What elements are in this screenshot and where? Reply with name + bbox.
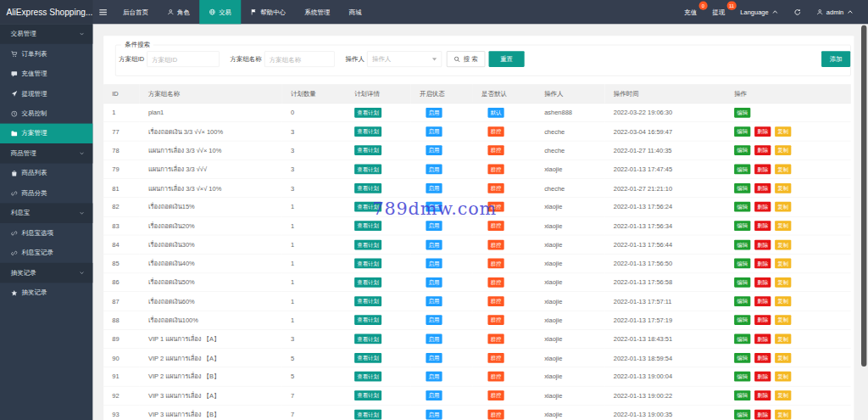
user-menu[interactable]: admin	[809, 0, 861, 24]
nav-item-roles[interactable]: 角色	[158, 0, 199, 24]
status-enabled-button[interactable]: 启用	[426, 221, 442, 231]
group-control-button[interactable]: 群控	[487, 165, 504, 175]
edit-button[interactable]: 编辑	[734, 126, 750, 137]
refresh-button[interactable]	[786, 0, 809, 24]
status-enabled-button[interactable]: 启用	[426, 145, 442, 155]
view-plan-button[interactable]: 查看计划	[354, 334, 381, 344]
status-enabled-button[interactable]: 启用	[426, 126, 442, 137]
status-enabled-button[interactable]: 启用	[426, 202, 442, 212]
copy-button[interactable]: 复制	[775, 145, 791, 155]
sidebar-item-plan-manage[interactable]: 方案管理	[0, 124, 92, 143]
group-name-input[interactable]	[264, 51, 335, 67]
view-plan-button[interactable]: 查看计划	[354, 259, 381, 269]
copy-button[interactable]: 复制	[775, 221, 791, 231]
sidebar-item-lottery-record[interactable]: 抽奖记录	[0, 283, 92, 302]
group-control-button[interactable]: 群控	[487, 315, 504, 325]
view-plan-button[interactable]: 查看计划	[354, 165, 381, 175]
delete-button[interactable]: 删除	[754, 165, 771, 175]
language-menu[interactable]: Language	[732, 0, 786, 24]
edit-button[interactable]: 编辑	[734, 410, 750, 420]
group-control-button[interactable]: 群控	[487, 145, 504, 155]
delete-button[interactable]: 删除	[754, 202, 771, 212]
copy-button[interactable]: 复制	[775, 410, 791, 420]
sidebar-item-order-list[interactable]: 订单列表	[0, 44, 92, 64]
sidebar-item-recharge-manage[interactable]: 充值管理	[0, 64, 92, 83]
copy-button[interactable]: 复制	[775, 259, 791, 269]
status-enabled-button[interactable]: 启用	[426, 315, 442, 325]
sidebar-item-trade-control[interactable]: 交易控制	[0, 104, 92, 123]
recharge-nav-item[interactable]: 充值 0	[676, 0, 704, 24]
copy-button[interactable]: 复制	[775, 277, 791, 288]
edit-button[interactable]: 编辑	[734, 372, 750, 382]
sidebar-item-goods-list[interactable]: 商品列表	[0, 164, 92, 183]
status-enabled-button[interactable]: 启用	[426, 296, 442, 306]
delete-button[interactable]: 删除	[754, 183, 771, 193]
view-plan-button[interactable]: 查看计划	[354, 239, 381, 249]
view-plan-button[interactable]: 查看计划	[354, 145, 381, 155]
view-plan-button[interactable]: 查看计划	[354, 315, 381, 325]
group-id-input[interactable]	[147, 51, 219, 67]
nav-item-system[interactable]: 系统管理	[295, 0, 339, 24]
sidebar-item-withdraw-manage[interactable]: 提现管理	[0, 84, 92, 104]
sidebar-item-goods-category[interactable]: 商品分类	[0, 183, 92, 203]
edit-button[interactable]: 编辑	[734, 259, 750, 269]
delete-button[interactable]: 删除	[754, 239, 771, 249]
copy-button[interactable]: 复制	[775, 202, 791, 212]
edit-button[interactable]: 编辑	[734, 390, 750, 400]
withdraw-nav-item[interactable]: 提现 11	[704, 0, 732, 24]
edit-button[interactable]: 编辑	[734, 202, 750, 212]
group-control-button[interactable]: 群控	[487, 353, 504, 363]
edit-button[interactable]: 编辑	[734, 296, 750, 306]
edit-button[interactable]: 编辑	[734, 221, 750, 231]
delete-button[interactable]: 删除	[754, 410, 771, 420]
delete-button[interactable]: 删除	[754, 296, 771, 306]
edit-button[interactable]: 编辑	[734, 277, 750, 288]
group-control-button[interactable]: 群控	[487, 390, 504, 400]
edit-button[interactable]: 编辑	[734, 145, 750, 155]
sidebar-item-interest-record[interactable]: 利息宝记录	[0, 243, 92, 262]
group-control-button[interactable]: 群控	[487, 221, 504, 231]
status-enabled-button[interactable]: 启用	[426, 353, 442, 363]
reset-button[interactable]: 重置	[489, 51, 525, 67]
group-control-button[interactable]: 群控	[487, 126, 504, 137]
view-plan-button[interactable]: 查看计划	[354, 126, 381, 137]
group-control-button[interactable]: 群控	[487, 239, 504, 249]
group-control-button[interactable]: 群控	[487, 296, 504, 306]
view-plan-button[interactable]: 查看计划	[354, 390, 381, 400]
copy-button[interactable]: 复制	[775, 296, 791, 306]
nav-item-trade[interactable]: 交易	[199, 0, 241, 24]
copy-button[interactable]: 复制	[775, 126, 791, 137]
copy-button[interactable]: 复制	[775, 334, 791, 344]
status-enabled-button[interactable]: 启用	[426, 183, 442, 193]
operator-select[interactable]: 操作人	[367, 51, 442, 67]
delete-button[interactable]: 删除	[754, 390, 771, 400]
copy-button[interactable]: 复制	[775, 165, 791, 175]
nav-item-home[interactable]: 后台首页	[114, 0, 158, 24]
search-button[interactable]: 搜 索	[447, 51, 485, 67]
view-plan-button[interactable]: 查看计划	[354, 108, 381, 118]
delete-button[interactable]: 删除	[754, 315, 771, 325]
view-plan-button[interactable]: 查看计划	[354, 353, 381, 363]
sidebar-item-interest[interactable]: 利息宝	[0, 203, 92, 222]
status-enabled-button[interactable]: 启用	[426, 239, 442, 249]
scrollbar-thumb[interactable]	[861, 25, 866, 367]
status-enabled-button[interactable]: 启用	[426, 372, 442, 382]
hamburger-menu-icon[interactable]	[92, 0, 114, 24]
copy-button[interactable]: 复制	[775, 315, 791, 325]
group-control-button[interactable]: 群控	[487, 277, 504, 288]
delete-button[interactable]: 删除	[754, 259, 771, 269]
status-enabled-button[interactable]: 启用	[426, 390, 442, 400]
view-plan-button[interactable]: 查看计划	[354, 296, 381, 306]
group-control-button[interactable]: 群控	[487, 334, 504, 344]
group-control-button[interactable]: 群控	[487, 259, 504, 269]
group-control-button[interactable]: 群控	[487, 410, 504, 420]
copy-button[interactable]: 复制	[775, 183, 791, 193]
edit-button[interactable]: 编辑	[734, 239, 750, 249]
default-button[interactable]: 默认	[487, 108, 504, 118]
view-plan-button[interactable]: 查看计划	[354, 372, 381, 382]
view-plan-button[interactable]: 查看计划	[354, 221, 381, 231]
delete-button[interactable]: 删除	[754, 145, 771, 155]
view-plan-button[interactable]: 查看计划	[354, 183, 381, 193]
edit-button[interactable]: 编辑	[734, 315, 750, 325]
edit-button[interactable]: 编辑	[734, 108, 750, 118]
